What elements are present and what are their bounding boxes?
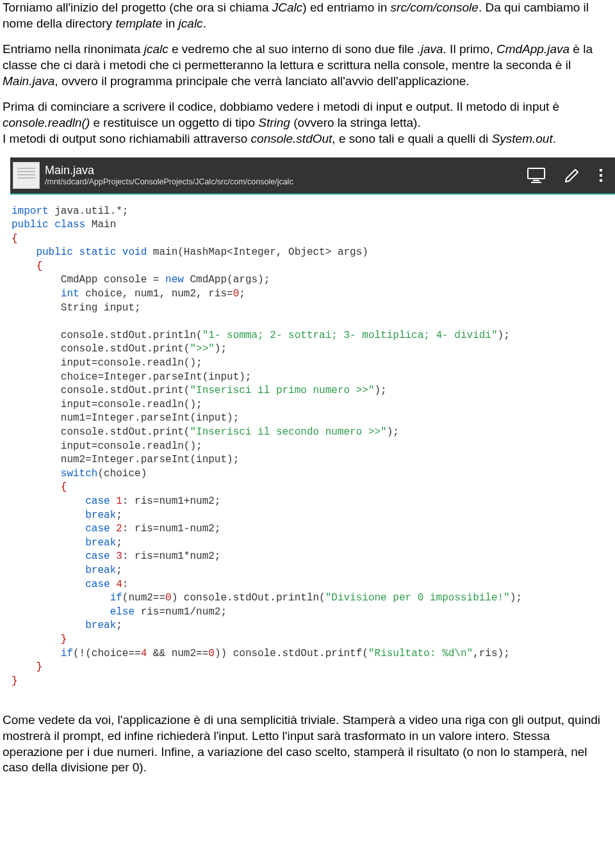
svg-rect-5: [600, 179, 602, 182]
paragraph-2: Entriamo nella rinonimata jcalc e vedrem…: [3, 42, 612, 89]
file-path: /mnt/sdcard/AppProjects/ConsoleProjects/…: [45, 177, 527, 186]
monitor-icon[interactable]: [527, 167, 546, 184]
overflow-menu-icon[interactable]: [598, 167, 603, 184]
edit-icon[interactable]: [564, 167, 580, 184]
code-editor[interactable]: import java.util.*; public class Main { …: [10, 196, 615, 695]
svg-rect-1: [533, 180, 539, 181]
paragraph-4: Come vedete da voi, l'applicazione è di …: [3, 712, 612, 776]
svg-rect-0: [528, 168, 545, 179]
svg-rect-4: [600, 174, 602, 177]
paragraph-3: Prima di cominciare a scrivere il codice…: [3, 99, 612, 147]
file-icon: [13, 162, 40, 189]
svg-rect-3: [600, 169, 602, 172]
paragraph-1: Torniamo all'inizio del progetto (che or…: [3, 0, 612, 31]
file-name: Main.java: [45, 164, 527, 177]
ide-header: Main.java /mnt/sdcard/AppProjects/Consol…: [10, 157, 615, 195]
svg-rect-2: [531, 182, 541, 183]
file-info: Main.java /mnt/sdcard/AppProjects/Consol…: [45, 164, 527, 186]
